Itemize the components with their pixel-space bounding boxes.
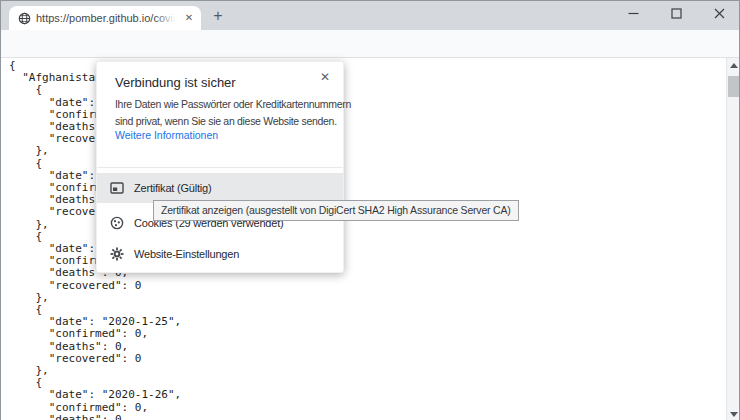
scroll-down-icon	[730, 412, 738, 417]
window-maximize-button[interactable]	[662, 1, 690, 25]
site-info-popup: ✕ Verbindung ist sicher Ihre Daten wie P…	[96, 61, 344, 273]
gear-icon	[110, 247, 124, 261]
titlebar: https://pomber.github.io/covid19 ✕ +	[1, 1, 739, 30]
browser-window: https://pomber.github.io/covid19 ✕ +	[0, 0, 740, 420]
globe-favicon-icon	[18, 12, 31, 25]
popup-title: Verbindung ist sicher	[115, 75, 236, 90]
popup-close-icon[interactable]: ✕	[320, 70, 330, 84]
scrollbar[interactable]	[726, 58, 739, 420]
maximize-icon	[671, 8, 682, 19]
tab-title-fade	[155, 8, 182, 28]
popup-body-line1: Ihre Daten wie Passwörter oder Kreditkar…	[115, 96, 351, 113]
browser-tab[interactable]: https://pomber.github.io/covid19 ✕	[9, 6, 201, 30]
menu-item-certificate[interactable]: Zertifikat (Gültig)	[97, 173, 343, 203]
scrollbar-thumb[interactable]	[728, 76, 739, 97]
toolbar: pomber.github.io/covid19/timeseries.json	[1, 30, 739, 58]
tab-close-icon[interactable]: ✕	[181, 6, 197, 30]
menu-item-site-settings[interactable]: Website-Einstellungen	[97, 239, 343, 269]
scroll-up-button[interactable]	[727, 58, 740, 72]
close-icon	[714, 8, 725, 19]
window-minimize-button[interactable]	[619, 1, 647, 25]
scroll-down-button[interactable]	[727, 407, 740, 420]
more-info-link[interactable]: Weitere Informationen	[115, 127, 218, 144]
scroll-up-icon	[730, 63, 738, 68]
cookie-icon	[110, 216, 124, 230]
menu-item-label: Zertifikat (Gültig)	[134, 182, 212, 194]
certificate-tooltip: Zertifikat anzeigen (ausgestellt von Dig…	[153, 200, 519, 221]
new-tab-button[interactable]: +	[207, 5, 229, 27]
menu-item-label: Website-Einstellungen	[134, 248, 239, 260]
window-close-button[interactable]	[705, 1, 733, 25]
popup-body: Ihre Daten wie Passwörter oder Kreditkar…	[115, 96, 351, 130]
minimize-icon	[628, 8, 639, 19]
certificate-icon	[110, 181, 124, 195]
popup-separator	[97, 167, 343, 168]
